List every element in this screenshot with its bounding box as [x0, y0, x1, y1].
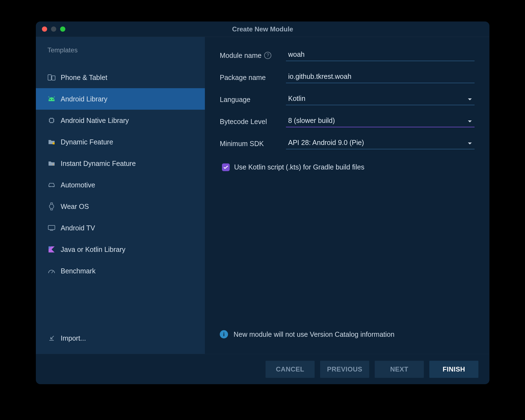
import-icon — [47, 335, 56, 341]
close-window-icon[interactable] — [42, 26, 47, 32]
phone-tablet-icon — [47, 74, 56, 81]
svg-line-4 — [49, 96, 49, 98]
sidebar-item-native-library[interactable]: Android Native Library — [36, 110, 205, 131]
input-module-name-wrap — [286, 50, 475, 61]
input-package-name[interactable] — [288, 72, 472, 80]
sidebar-item-wear-os[interactable]: Wear OS — [36, 196, 205, 217]
sidebar-heading: Templates — [36, 46, 205, 67]
sidebar-item-import[interactable]: Import... — [36, 327, 205, 349]
templates-sidebar: Templates Phone & Tablet Android Library… — [36, 37, 205, 354]
dialog-footer: CANCEL PREVIOUS NEXT FINISH — [36, 354, 489, 384]
sidebar-item-instant-dynamic-feature[interactable]: Instant Dynamic Feature — [36, 153, 205, 174]
row-package-name: Package name — [220, 72, 475, 83]
sidebar-item-dynamic-feature[interactable]: Dynamic Feature — [36, 131, 205, 153]
sidebar-item-android-library[interactable]: Android Library — [36, 88, 205, 110]
sidebar-item-label: Android Library — [61, 95, 108, 103]
sidebar-item-android-tv[interactable]: Android TV — [36, 217, 205, 239]
sidebar-item-benchmark[interactable]: Benchmark — [36, 260, 205, 282]
sidebar-item-label: Phone & Tablet — [61, 74, 107, 82]
chevron-down-icon — [467, 95, 472, 103]
svg-rect-0 — [48, 75, 51, 80]
info-text: New module will not use Version Catalog … — [234, 330, 395, 338]
help-icon[interactable]: ? — [264, 52, 271, 59]
svg-rect-1 — [52, 76, 55, 80]
sidebar-item-label: Instant Dynamic Feature — [61, 160, 136, 168]
input-package-name-wrap — [286, 72, 475, 83]
select-min-sdk[interactable]: API 28: Android 9.0 (Pie) — [286, 138, 475, 149]
svg-rect-7 — [53, 142, 55, 144]
select-language[interactable]: Kotlin — [286, 94, 475, 105]
chevron-down-icon — [467, 139, 472, 147]
svg-line-13 — [52, 271, 53, 273]
sidebar-item-phone-tablet[interactable]: Phone & Tablet — [36, 67, 205, 88]
titlebar: Create New Module — [36, 21, 489, 37]
svg-rect-11 — [48, 225, 55, 230]
window-title: Create New Module — [36, 25, 489, 33]
chip-icon — [47, 117, 56, 124]
svg-line-5 — [54, 96, 55, 98]
tv-icon — [47, 225, 56, 231]
folder-instant-icon — [47, 160, 56, 166]
select-bytecode-value: 8 (slower build) — [288, 117, 335, 125]
select-bytecode[interactable]: 8 (slower build) — [286, 116, 475, 127]
row-kts-checkbox: Use Kotlin script (.kts) for Gradle buil… — [220, 163, 475, 171]
svg-point-8 — [49, 186, 50, 187]
sidebar-item-label: Android TV — [61, 224, 95, 232]
row-module-name: Module name ? — [220, 50, 475, 61]
chevron-down-icon — [467, 117, 472, 125]
previous-button[interactable]: PREVIOUS — [320, 361, 369, 378]
svg-point-10 — [49, 204, 54, 209]
sidebar-item-label: Import... — [61, 334, 86, 342]
zoom-window-icon[interactable] — [60, 26, 65, 32]
label-language: Language — [220, 96, 286, 104]
sidebar-item-java-kotlin-library[interactable]: Java or Kotlin Library — [36, 239, 205, 260]
info-row: i New module will not use Version Catalo… — [220, 330, 475, 338]
sidebar-item-label: Wear OS — [61, 203, 89, 211]
input-module-name[interactable] — [288, 50, 472, 58]
form-panel: Module name ? Package name Language Kotl… — [205, 37, 489, 354]
row-bytecode: Bytecode Level 8 (slower build) — [220, 116, 475, 127]
finish-button[interactable]: FINISH — [429, 361, 478, 378]
label-module-name: Module name ? — [220, 52, 286, 60]
next-button[interactable]: NEXT — [375, 361, 424, 378]
sidebar-item-label: Android Native Library — [61, 117, 129, 125]
label-min-sdk: Minimum SDK — [220, 140, 286, 148]
car-icon — [47, 182, 56, 187]
label-package-name: Package name — [220, 74, 286, 82]
dialog-window: Create New Module Templates Phone & Tabl… — [36, 21, 489, 384]
kotlin-icon — [47, 246, 56, 252]
sidebar-item-label: Automotive — [61, 181, 95, 189]
select-language-value: Kotlin — [288, 95, 306, 103]
watch-icon — [47, 203, 56, 210]
svg-point-2 — [50, 99, 50, 100]
minimize-window-icon[interactable] — [51, 26, 56, 32]
gauge-icon — [47, 268, 56, 274]
svg-point-3 — [52, 99, 53, 100]
folder-dynamic-icon — [47, 139, 56, 145]
sidebar-item-label: Benchmark — [61, 267, 95, 275]
info-icon: i — [220, 330, 228, 338]
android-icon — [47, 96, 56, 102]
kts-checkbox[interactable] — [222, 163, 230, 171]
sidebar-item-label: Java or Kotlin Library — [61, 246, 125, 254]
row-language: Language Kotlin — [220, 94, 475, 105]
svg-point-9 — [53, 186, 54, 187]
svg-rect-6 — [50, 119, 53, 122]
kts-checkbox-label: Use Kotlin script (.kts) for Gradle buil… — [234, 163, 364, 171]
sidebar-item-automotive[interactable]: Automotive — [36, 174, 205, 196]
dialog-body: Templates Phone & Tablet Android Library… — [36, 37, 489, 354]
select-min-sdk-value: API 28: Android 9.0 (Pie) — [288, 139, 364, 147]
cancel-button[interactable]: CANCEL — [266, 361, 315, 378]
row-min-sdk: Minimum SDK API 28: Android 9.0 (Pie) — [220, 138, 475, 149]
sidebar-item-label: Dynamic Feature — [61, 138, 113, 146]
window-controls — [42, 26, 65, 32]
label-bytecode: Bytecode Level — [220, 118, 286, 126]
